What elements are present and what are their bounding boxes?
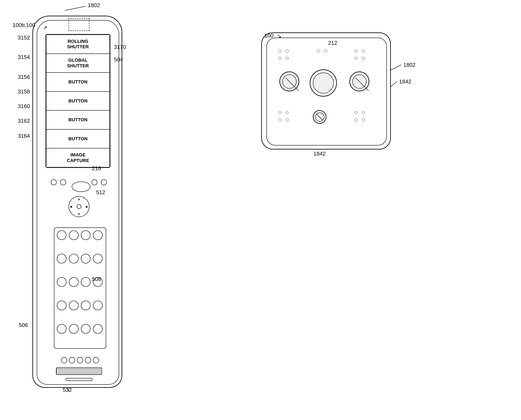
key-20[interactable] [93, 324, 103, 334]
label-3160: 3160 [18, 103, 30, 110]
dpad-up: ▲ [78, 197, 81, 201]
lens-bottom-diagonal [316, 113, 324, 121]
nav-oval-button[interactable] [72, 181, 90, 192]
dpad-right: ▶ [86, 205, 88, 208]
arrow-camera-100: ↘ [277, 33, 282, 39]
btn-global-shutter[interactable]: GLOBALSHUTTER [46, 54, 110, 73]
cam-dot-14 [286, 119, 289, 121]
key-9[interactable] [57, 277, 67, 287]
cam-dot-12 [286, 111, 289, 114]
bottom-key-5[interactable] [93, 357, 99, 363]
diagram-container: ROLLINGSHUTTER GLOBALSHUTTER BUTTON BUTT… [0, 0, 521, 420]
btn-rolling-shutter[interactable]: ROLLINGSHUTTER [46, 35, 110, 54]
bottom-key-1[interactable] [61, 357, 67, 363]
cam-dot-13 [278, 119, 281, 121]
label-3152: 3152 [18, 35, 30, 41]
lens-center-inner [313, 73, 334, 93]
btn-image-capture[interactable]: IMAGECAPTURE [46, 148, 110, 167]
small-btn-4[interactable] [101, 179, 107, 185]
label-3164: 3164 [18, 133, 30, 139]
btn-button-1[interactable]: BUTTON [46, 73, 110, 91]
lens-left-diagonal [283, 75, 301, 93]
label-3162: 3162 [18, 118, 30, 124]
key-3[interactable] [81, 230, 90, 240]
label-3156: 3156 [18, 74, 30, 80]
lens-left-inner [282, 75, 297, 89]
label-camera-212: 212 [328, 40, 337, 46]
key-5[interactable] [57, 254, 67, 263]
label-216: 216 [92, 165, 101, 172]
cam-dot-2 [286, 50, 289, 52]
key-16[interactable] [93, 301, 103, 310]
lens-right-inner [352, 75, 366, 89]
key-15[interactable] [81, 301, 90, 310]
cam-dot-7 [355, 50, 357, 52]
dpad-left: ◀ [70, 205, 72, 208]
label-camera-100: 100 [264, 32, 273, 39]
dpad-center[interactable] [77, 204, 81, 209]
arrow-device-ref: ↗ [43, 24, 47, 31]
key-6[interactable] [69, 254, 79, 263]
btn-button-2[interactable]: BUTTON [46, 91, 110, 111]
cam-dot-16 [362, 111, 365, 114]
small-btn-2[interactable] [60, 179, 66, 185]
key-17[interactable] [57, 324, 67, 334]
device-body: ROLLINGSHUTTER GLOBALSHUTTER BUTTON BUTT… [32, 16, 122, 388]
small-btn-3[interactable] [91, 179, 97, 185]
cam-dot-10 [362, 57, 365, 60]
cam-dot-4 [286, 57, 289, 60]
camera-inner [267, 38, 387, 145]
label-3170: 3170 [114, 44, 126, 50]
lens-right [350, 72, 369, 91]
key-11[interactable] [81, 277, 90, 287]
key-2[interactable] [69, 230, 79, 240]
cam-dot-1 [278, 50, 281, 52]
label-506: 506 [19, 322, 28, 329]
key-4[interactable] [93, 230, 103, 240]
keypad-area [54, 227, 106, 349]
lens-center [310, 69, 337, 97]
small-btn-1[interactable] [51, 179, 57, 185]
cam-dot-8 [362, 50, 365, 52]
dpad-container: ▲ ▼ ◀ ▶ [63, 194, 95, 219]
top-connector [68, 18, 89, 31]
key-1[interactable] [57, 230, 67, 240]
key-18[interactable] [69, 324, 79, 334]
cam-dot-9 [355, 57, 357, 60]
bottom-port [65, 378, 93, 381]
label-508: 508 [92, 276, 101, 282]
bottom-key-4[interactable] [85, 357, 91, 363]
label-device-ref: 100b,100 [13, 22, 35, 29]
label-512: 512 [96, 189, 105, 196]
bottom-key-3[interactable] [77, 357, 83, 363]
lens-right-diagonal [353, 75, 371, 93]
cam-dot-6 [324, 50, 327, 52]
cam-dot-17 [355, 119, 357, 121]
label-camera-1842-top: 1842 [399, 78, 411, 85]
label-camera-1802: 1802 [403, 62, 416, 68]
scan-window [56, 368, 102, 375]
bottom-key-2[interactable] [69, 357, 75, 363]
bottom-keys [60, 355, 100, 365]
dpad-circle[interactable]: ▲ ▼ ◀ ▶ [68, 196, 89, 217]
key-13[interactable] [57, 301, 67, 310]
camera-module [261, 32, 391, 150]
lens-bottom-inner [315, 112, 324, 122]
key-10[interactable] [69, 277, 79, 287]
label-3158: 3158 [18, 89, 30, 95]
cam-dot-3 [278, 57, 281, 60]
lens-left [279, 72, 299, 91]
key-8[interactable] [93, 254, 103, 263]
btn-button-4[interactable]: BUTTON [46, 129, 110, 149]
btn-button-3[interactable]: BUTTON [46, 110, 110, 129]
label-camera-1842-bot: 1842 [313, 150, 326, 157]
svg-line-18 [391, 65, 401, 70]
screen-area: ROLLINGSHUTTER GLOBALSHUTTER BUTTON BUTT… [45, 34, 110, 168]
label-532: 532 [63, 387, 72, 393]
label-3154: 3154 [18, 54, 30, 60]
lens-bottom-center [313, 110, 327, 124]
key-14[interactable] [69, 301, 79, 310]
dpad-down: ▼ [78, 212, 81, 216]
key-7[interactable] [81, 254, 90, 263]
key-19[interactable] [81, 324, 90, 334]
